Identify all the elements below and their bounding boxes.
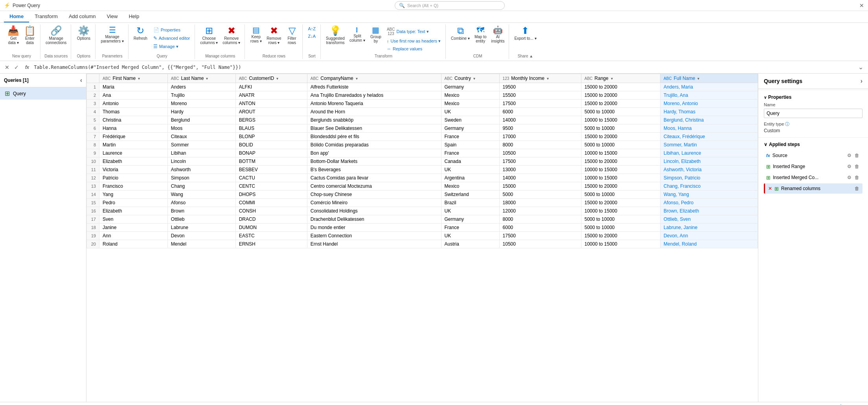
col-header-last-name[interactable]: ABC Last Name ▾	[167, 74, 235, 83]
group-by-button[interactable]: ▦ Groupby	[368, 25, 384, 44]
table-cell: Mendel, Roland	[660, 240, 758, 248]
inserted-range-gear-icon[interactable]: ⚙	[846, 163, 852, 170]
data-type-icon: ABC123	[387, 27, 395, 36]
refresh-button[interactable]: ↻ Refresh	[132, 25, 149, 41]
remove-rows-button[interactable]: ✖ Removerows ▾	[265, 25, 283, 46]
use-first-row-button[interactable]: ↑ Use first row as headers ▾	[384, 37, 443, 45]
formula-cancel-icon[interactable]: ✕	[3, 63, 11, 71]
tab-view[interactable]: View	[101, 12, 123, 22]
step-source[interactable]: fx Source ⚙ 🗑	[764, 150, 862, 161]
inserted-merged-delete-icon[interactable]: 🗑	[854, 174, 860, 181]
table-row[interactable]: 18JanineLabruneDUMONDu monde entierFranc…	[87, 224, 758, 232]
ai-insights-button[interactable]: 🤖 AIinsights	[489, 25, 506, 44]
step-renamed-columns[interactable]: ✕ ⊞ Renamed columns 🗑	[764, 183, 862, 194]
entity-type-info-icon[interactable]: ⓘ	[785, 122, 789, 126]
table-cell: DUMON	[235, 224, 307, 232]
col-header-full-name[interactable]: ABC Full Name ▾	[660, 74, 758, 83]
company-name-filter-btn[interactable]: ▾	[356, 76, 358, 81]
table-row[interactable]: 4ThomasHardyAROUTAround the HornUK600050…	[87, 108, 758, 116]
manage-button[interactable]: ☰ Manage ▾	[151, 43, 193, 50]
table-row[interactable]: 17SvenOttliebDRACDDrachenblut Delikatess…	[87, 215, 758, 224]
first-name-filter-btn[interactable]: ▾	[138, 76, 140, 81]
formula-confirm-icon[interactable]: ✓	[13, 63, 20, 71]
search-box[interactable]: 🔍 Search (Alt + Q)	[395, 1, 505, 10]
applied-steps-chevron[interactable]: ∨	[764, 142, 767, 147]
table-row[interactable]: 16ElizabethBrownCONSHConsolidated Holdin…	[87, 207, 758, 215]
table-row[interactable]: 13FranciscoChangCENTCCentro comercial Mo…	[87, 182, 758, 190]
get-data-button[interactable]: 📥 Getdata ▾	[6, 25, 21, 46]
table-row[interactable]: 20RolandMendelERNSHErnst HandelAustria10…	[87, 240, 758, 248]
customer-id-filter-btn[interactable]: ▾	[276, 76, 278, 81]
table-row[interactable]: 15PedroAfonsoCOMMIComércio MineiroBrazil…	[87, 199, 758, 207]
split-column-button[interactable]: ⫿ Splitcolumn ▾	[348, 25, 367, 43]
table-row[interactable]: 5ChristinaBerglundBERGSBerglunds snabbkö…	[87, 116, 758, 124]
manage-connections-button[interactable]: 🔗 Manageconnections	[44, 25, 68, 46]
combine-button[interactable]: ⧉ Combine ▾	[449, 25, 472, 41]
source-gear-icon[interactable]: ⚙	[846, 152, 852, 159]
name-input[interactable]	[764, 109, 862, 118]
formula-input[interactable]	[34, 65, 853, 70]
source-delete-icon[interactable]: 🗑	[854, 152, 860, 159]
table-row[interactable]: 8MartinSommerBOLIDBólido Comidas prepara…	[87, 141, 758, 149]
full-name-filter-btn[interactable]: ▾	[697, 76, 699, 81]
data-type-button[interactable]: ABC123 Data type: Text ▾	[384, 26, 443, 37]
inserted-merged-gear-icon[interactable]: ⚙	[846, 174, 852, 181]
col-header-monthly-income[interactable]: 123 Monthly Income ▾	[499, 74, 581, 83]
table-row[interactable]: 2AnaTrujilloANATRAna Trujillo Emaredados…	[87, 91, 758, 100]
table-row[interactable]: 14YangWangDHOPSChop-suey ChineseSwitzerl…	[87, 190, 758, 199]
country-filter-btn[interactable]: ▾	[473, 76, 475, 81]
table-cell: Citeaux	[167, 133, 235, 141]
choose-columns-button[interactable]: ⊞ Choosecolumns ▾	[198, 25, 220, 46]
table-row[interactable]: 19AnnDevonEASTCEastern ConnectionUK17500…	[87, 232, 758, 240]
table-row[interactable]: 9LaurenceLibihanBONAPBon app'France10500…	[87, 149, 758, 157]
table-row[interactable]: 3AntonioMorenoANTONAntonio Moreno Taquer…	[87, 100, 758, 108]
sort-desc-button[interactable]: Z↓A	[306, 33, 318, 40]
col-header-company-name[interactable]: ABC CompanyName ▾	[307, 74, 441, 83]
queries-panel-collapse[interactable]: ‹	[80, 77, 82, 84]
table-row[interactable]: 12PatricioSimpsonCACTUCactus Comidas par…	[87, 174, 758, 182]
sort-asc-button[interactable]: A↑Z	[306, 25, 318, 32]
manage-connections-icon: 🔗	[50, 26, 62, 35]
query-item-1[interactable]: ⊞ Query	[0, 87, 86, 100]
table-row[interactable]: 1MariaAndersALFKIAlfreds FutterkisteGerm…	[87, 83, 758, 91]
data-area[interactable]: ABC First Name ▾ ABC Last Name ▾	[86, 74, 758, 402]
options-button[interactable]: ⚙️ Options	[75, 25, 92, 41]
col-header-customer-id[interactable]: ABC CustomerID ▾	[235, 74, 307, 83]
table-row[interactable]: 7FrédériqueCiteauxBLONPBlondesddsl pére …	[87, 133, 758, 141]
manage-parameters-button[interactable]: ☰ Manageparameters ▾	[99, 25, 125, 44]
inserted-range-delete-icon[interactable]: 🗑	[854, 163, 860, 170]
ai-insights-icon: 🤖	[493, 26, 503, 34]
table-row[interactable]: 6HannaMoosBLAUSBlauer See DelikatessenGe…	[87, 124, 758, 133]
range-filter-btn[interactable]: ▾	[611, 76, 613, 81]
properties-button[interactable]: 📄 Properties	[151, 26, 193, 34]
advanced-editor-button[interactable]: ✎ Advanced editor	[151, 34, 193, 42]
col-header-range[interactable]: ABC Range ▾	[581, 74, 660, 83]
remove-columns-button[interactable]: ✖ Removecolumns ▾	[221, 25, 242, 46]
step-inserted-range[interactable]: ⊞ Inserted Range ⚙ 🗑	[764, 161, 862, 172]
map-to-entity-button[interactable]: 🗺 Map toentity	[473, 25, 489, 44]
query-group-label: Query	[132, 53, 193, 59]
enter-data-button[interactable]: 📋 Enterdata	[22, 25, 38, 46]
col-header-first-name[interactable]: ABC First Name ▾	[99, 74, 168, 83]
last-name-filter-btn[interactable]: ▾	[206, 76, 208, 81]
tab-help[interactable]: Help	[123, 12, 145, 22]
renamed-columns-delete-icon[interactable]: 🗑	[854, 185, 860, 192]
monthly-income-filter-btn[interactable]: ▾	[547, 76, 549, 81]
step-inserted-merged[interactable]: ⊞ Inserted Merged Co... ⚙ 🗑	[764, 172, 862, 183]
tab-transform[interactable]: Transform	[29, 12, 63, 22]
export-button[interactable]: ⬆ Export to... ▾	[512, 25, 538, 41]
formula-expand-icon[interactable]: ⌄	[857, 63, 865, 72]
table-row[interactable]: 10ElizabethLincolnBOTTMBottom-Dollar Mar…	[87, 157, 758, 166]
settings-expand-icon[interactable]: ›	[861, 78, 862, 85]
col-header-country[interactable]: ABC Country ▾	[441, 74, 499, 83]
close-icon[interactable]: ✕	[859, 2, 864, 9]
replace-values-button[interactable]: ↔ Replace values	[384, 45, 443, 52]
row-number: 17	[87, 215, 99, 224]
tab-home[interactable]: Home	[4, 12, 29, 22]
tab-add-column[interactable]: Add column	[63, 12, 101, 22]
keep-rows-button[interactable]: ▤ Keeprows ▾	[248, 25, 264, 44]
filter-rows-button[interactable]: ▽ Filterrows	[284, 25, 300, 46]
suggested-transforms-button[interactable]: 💡 Suggestedtransforms	[324, 25, 347, 46]
properties-chevron[interactable]: ∨	[764, 95, 767, 100]
table-row[interactable]: 11VictoriaAshworthBESBEVB's BeveragesUK1…	[87, 166, 758, 174]
